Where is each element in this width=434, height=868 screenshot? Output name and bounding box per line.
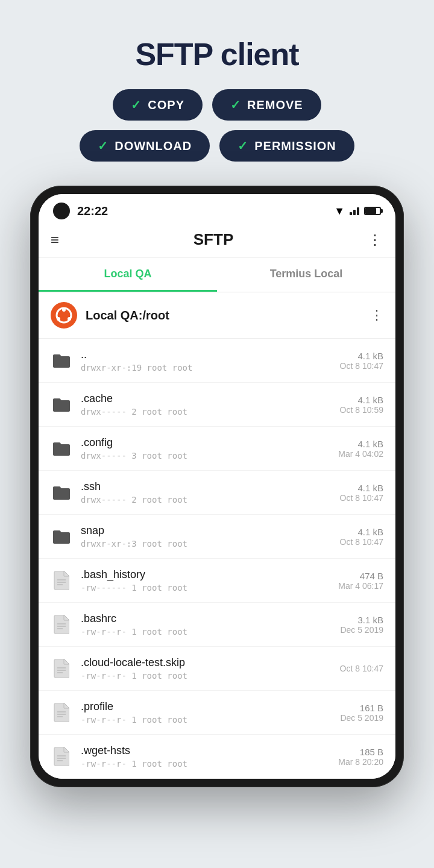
permission-label: PERMISSION xyxy=(254,139,336,153)
phone-screen: 22:22 ▼ ≡ SFTP ⋮ xyxy=(39,194,395,779)
camera-icon xyxy=(53,203,70,219)
header-section: SFTP client ✓ COPY ✓ REMOVE ✓ DOWNLOAD ✓… xyxy=(0,0,434,180)
file-icon xyxy=(51,658,72,679)
file-meta: -rw-r--r- 1 root root xyxy=(81,671,332,681)
file-details: .cloud-locale-test.skip-rw-r--r- 1 root … xyxy=(81,656,332,681)
app-title: SFTP client xyxy=(135,36,298,72)
location-title: Local QA:/root xyxy=(86,309,169,322)
file-list-item[interactable]: snapdrwxr-xr-:3 root root4.1 kBOct 8 10:… xyxy=(39,515,395,559)
file-size: 4.1 kB xyxy=(338,439,383,449)
file-name: .bash_history xyxy=(81,568,330,581)
svg-point-1 xyxy=(62,308,66,312)
download-badge[interactable]: ✓ DOWNLOAD xyxy=(80,130,210,162)
folder-icon xyxy=(51,526,72,547)
file-size: 4.1 kB xyxy=(340,395,383,405)
svg-point-3 xyxy=(57,317,60,321)
status-time: 22:22 xyxy=(77,204,108,218)
file-icon xyxy=(51,614,72,635)
folder-icon xyxy=(51,394,72,415)
more-options-icon[interactable]: ⋮ xyxy=(368,231,383,248)
file-info: 4.1 kBOct 8 10:47 xyxy=(340,351,383,371)
copy-check-icon: ✓ xyxy=(131,98,142,112)
file-date: Mar 8 20:20 xyxy=(338,757,383,767)
file-list-item[interactable]: ..drwxr-xr-:19 root root4.1 kBOct 8 10:4… xyxy=(39,339,395,383)
file-details: .cachedrwx----- 2 root root xyxy=(81,392,332,417)
file-list-item[interactable]: .bashrc-rw-r--r- 1 root root3.1 kBDec 5 … xyxy=(39,603,395,647)
file-size: 3.1 kB xyxy=(340,615,383,625)
hamburger-menu-icon[interactable]: ≡ xyxy=(51,231,59,248)
permission-badge[interactable]: ✓ PERMISSION xyxy=(219,130,354,162)
svg-point-2 xyxy=(68,317,71,321)
file-details: snapdrwxr-xr-:3 root root xyxy=(81,524,332,549)
feature-badges: ✓ COPY ✓ REMOVE ✓ DOWNLOAD ✓ PERMISSION xyxy=(80,89,354,162)
file-details: .bashrc-rw-r--r- 1 root root xyxy=(81,612,332,637)
file-icon xyxy=(51,702,72,723)
file-name: .wget-hsts xyxy=(81,744,330,757)
badge-row-2: ✓ DOWNLOAD ✓ PERMISSION xyxy=(80,130,354,162)
file-info: 4.1 kBMar 4 04:02 xyxy=(338,439,383,459)
file-meta: -rw-r--r- 1 root root xyxy=(81,627,332,637)
file-size: 4.1 kB xyxy=(340,351,383,361)
file-size: 185 B xyxy=(338,747,383,757)
file-info: 185 BMar 8 20:20 xyxy=(338,747,383,767)
file-info: 4.1 kBOct 8 10:47 xyxy=(340,527,383,547)
file-date: Dec 5 2019 xyxy=(340,713,383,723)
remove-badge[interactable]: ✓ REMOVE xyxy=(212,89,321,121)
file-list-item[interactable]: .configdrwx----- 3 root root4.1 kBMar 4 … xyxy=(39,427,395,471)
location-more-icon[interactable]: ⋮ xyxy=(370,307,383,323)
file-info: 474 BMar 4 06:17 xyxy=(338,571,383,591)
file-size: 4.1 kB xyxy=(340,483,383,493)
file-details: .sshdrwx----- 2 root root xyxy=(81,480,332,505)
phone-mockup: 22:22 ▼ ≡ SFTP ⋮ xyxy=(30,186,404,787)
file-date: Oct 8 10:47 xyxy=(340,537,383,547)
badge-row-1: ✓ COPY ✓ REMOVE xyxy=(113,89,321,121)
folder-icon xyxy=(51,438,72,459)
tab-local-qa[interactable]: Local QA xyxy=(39,258,217,292)
file-details: .profile-rw-r--r- 1 root root xyxy=(81,700,332,725)
file-list-item[interactable]: .sshdrwx----- 2 root root4.1 kBOct 8 10:… xyxy=(39,471,395,515)
file-meta: -rw-r--r- 1 root root xyxy=(81,715,332,725)
file-name: .cloud-locale-test.skip xyxy=(81,656,332,669)
file-list-item[interactable]: .cachedrwx----- 2 root root4.1 kBOct 8 1… xyxy=(39,383,395,427)
phone-outer: 22:22 ▼ ≡ SFTP ⋮ xyxy=(30,186,404,787)
status-bar-right: ▼ xyxy=(334,205,381,218)
download-label: DOWNLOAD xyxy=(115,139,192,153)
file-list-item[interactable]: .cloud-locale-test.skip-rw-r--r- 1 root … xyxy=(39,647,395,691)
file-name: snap xyxy=(81,524,332,537)
file-meta: -rw------ 1 root root xyxy=(81,583,330,593)
file-date: Oct 8 10:47 xyxy=(340,664,383,673)
file-date: Mar 4 04:02 xyxy=(338,449,383,459)
file-list: ..drwxr-xr-:19 root root4.1 kBOct 8 10:4… xyxy=(39,339,395,779)
tab-termius-local[interactable]: Termius Local xyxy=(217,258,395,292)
file-name: .profile xyxy=(81,700,332,713)
file-info: Oct 8 10:47 xyxy=(340,664,383,673)
file-list-item[interactable]: .profile-rw-r--r- 1 root root161 BDec 5 … xyxy=(39,691,395,735)
file-icon xyxy=(51,746,72,767)
remove-label: REMOVE xyxy=(247,98,303,112)
app-bar: ≡ SFTP ⋮ xyxy=(39,224,395,258)
file-info: 3.1 kBDec 5 2019 xyxy=(340,615,383,635)
file-info: 4.1 kBOct 8 10:59 xyxy=(340,395,383,415)
file-date: Oct 8 10:47 xyxy=(340,361,383,371)
file-details: ..drwxr-xr-:19 root root xyxy=(81,348,332,373)
status-bar: 22:22 ▼ xyxy=(39,194,395,224)
location-bar: Local QA:/root ⋮ xyxy=(39,292,395,339)
file-list-item[interactable]: .wget-hsts-rw-r--r- 1 root root185 BMar … xyxy=(39,735,395,779)
file-info: 4.1 kBOct 8 10:47 xyxy=(340,483,383,503)
file-size: 161 B xyxy=(340,703,383,713)
file-date: Dec 5 2019 xyxy=(340,625,383,635)
file-list-item[interactable]: .bash_history-rw------ 1 root root474 BM… xyxy=(39,559,395,603)
file-name: .cache xyxy=(81,392,332,405)
copy-badge[interactable]: ✓ COPY xyxy=(113,89,203,121)
file-size: 474 B xyxy=(338,571,383,581)
file-meta: drwx----- 2 root root xyxy=(81,495,332,505)
file-meta: drwxr-xr-:3 root root xyxy=(81,539,332,549)
ubuntu-logo xyxy=(51,302,77,329)
permission-check-icon: ✓ xyxy=(237,139,248,153)
location-left: Local QA:/root xyxy=(51,302,169,329)
file-details: .bash_history-rw------ 1 root root xyxy=(81,568,330,593)
remove-check-icon: ✓ xyxy=(230,98,241,112)
file-name: .. xyxy=(81,348,332,361)
file-size: 4.1 kB xyxy=(340,527,383,537)
file-date: Mar 4 06:17 xyxy=(338,581,383,591)
